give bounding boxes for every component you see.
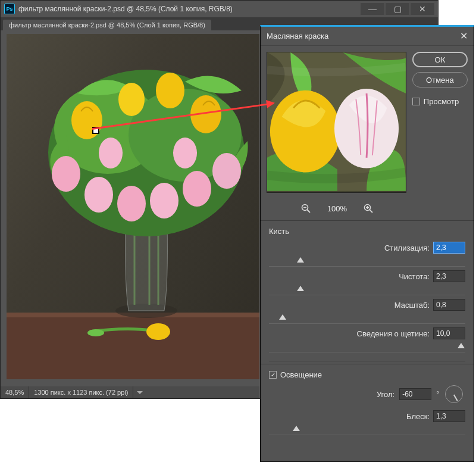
lighting-section-label: Освещение xyxy=(280,370,322,379)
section-divider xyxy=(269,361,465,361)
angle-label: Угол: xyxy=(377,390,394,399)
svg-point-16 xyxy=(99,138,123,168)
cleanliness-slider[interactable] xyxy=(269,285,465,295)
shine-label: Блеск: xyxy=(406,412,430,421)
status-dimensions: 1300 пикс. x 1123 пикс. (72 ppi) xyxy=(29,386,133,398)
cleanliness-label: Чистота: xyxy=(399,272,430,281)
slider-thumb-icon[interactable] xyxy=(297,257,304,263)
status-menu-caret-icon[interactable] xyxy=(137,391,143,394)
shine-slider[interactable] xyxy=(269,424,465,435)
preview-checkbox[interactable] xyxy=(412,98,420,105)
svg-point-12 xyxy=(117,186,146,221)
canvas-artwork xyxy=(7,34,259,379)
maximize-button[interactable]: ▢ xyxy=(386,3,409,15)
svg-point-8 xyxy=(156,73,184,108)
shine-input[interactable] xyxy=(433,410,465,422)
svg-point-11 xyxy=(84,177,113,213)
cleanliness-input[interactable] xyxy=(433,270,465,282)
dialog-title: Масляная краска xyxy=(267,32,328,40)
stylization-input[interactable] xyxy=(433,242,465,254)
slider-thumb-icon[interactable] xyxy=(279,314,286,320)
degree-symbol: ° xyxy=(436,390,439,398)
filter-preview[interactable] xyxy=(267,52,406,193)
svg-point-7 xyxy=(118,83,145,116)
minimize-button[interactable]: — xyxy=(361,3,384,15)
param-stylization: Стилизация: xyxy=(269,242,465,267)
svg-point-17 xyxy=(173,138,197,168)
document-tab[interactable]: фильтр маслянной краски-2.psd @ 48,5% (С… xyxy=(3,20,211,30)
bristle-label: Сведения о щетине: xyxy=(357,329,430,338)
cancel-button[interactable]: Отмена xyxy=(412,72,468,88)
close-window-button[interactable]: ✕ xyxy=(411,3,434,15)
stylization-label: Стилизация: xyxy=(384,244,430,252)
svg-point-13 xyxy=(150,183,178,218)
stylization-slider[interactable] xyxy=(269,256,465,267)
preview-zoom-controls: 100% xyxy=(267,204,408,213)
zoom-in-icon[interactable] xyxy=(364,204,373,213)
zoom-out-icon[interactable] xyxy=(301,204,311,213)
slider-thumb-icon[interactable] xyxy=(293,426,300,431)
slider-thumb-icon[interactable] xyxy=(458,343,465,348)
document-canvas[interactable] xyxy=(7,34,259,379)
svg-point-10 xyxy=(52,156,80,192)
status-bar: 48,5% 1300 пикс. x 1123 пикс. (72 ppi) xyxy=(1,386,259,398)
bristle-input[interactable] xyxy=(433,327,465,339)
scale-slider[interactable] xyxy=(269,313,465,324)
oil-paint-dialog: Масляная краска ✕ xyxy=(260,25,474,462)
param-bristle: Сведения о щетине: xyxy=(269,327,465,352)
lighting-checkbox[interactable]: ✓ xyxy=(269,371,277,379)
scale-label: Масштаб: xyxy=(394,301,430,310)
dialog-titlebar: Масляная краска ✕ xyxy=(261,27,474,46)
lighting-section: ✓ Освещение Угол: ° Блеск: xyxy=(261,364,474,441)
brush-section-label: Кисть xyxy=(269,227,289,236)
dialog-close-button[interactable]: ✕ xyxy=(460,30,468,42)
angle-input[interactable] xyxy=(399,388,431,400)
window-titlebar: Ps фильтр маслянной краски-2.psd @ 48,5%… xyxy=(1,1,438,17)
param-cleanliness: Чистота: xyxy=(269,270,465,295)
status-zoom[interactable]: 48,5% xyxy=(1,386,29,398)
preview-artwork xyxy=(267,52,406,191)
brush-section: Кисть Стилизация: Чистота: Масштаб: xyxy=(261,220,474,358)
svg-point-15 xyxy=(212,153,241,189)
angle-dial[interactable] xyxy=(445,385,463,403)
slider-thumb-icon[interactable] xyxy=(297,286,304,291)
photoshop-app-icon: Ps xyxy=(4,4,15,14)
svg-point-18 xyxy=(146,323,170,340)
svg-point-19 xyxy=(87,329,104,336)
svg-line-27 xyxy=(369,210,372,213)
window-title: фильтр маслянной краски-2.psd @ 48,5% (С… xyxy=(18,5,233,13)
scale-input[interactable] xyxy=(433,299,465,311)
param-angle: Угол: ° xyxy=(269,385,465,403)
param-scale: Масштаб: xyxy=(269,299,465,324)
param-shine: Блеск: xyxy=(269,410,465,435)
zoom-level: 100% xyxy=(327,204,347,213)
preview-checkbox-label: Просмотр xyxy=(424,97,459,106)
svg-point-14 xyxy=(183,171,211,207)
ok-button[interactable]: ОК xyxy=(412,52,468,67)
svg-rect-0 xyxy=(7,314,259,379)
bristle-slider[interactable] xyxy=(269,342,465,352)
svg-line-24 xyxy=(307,210,310,213)
